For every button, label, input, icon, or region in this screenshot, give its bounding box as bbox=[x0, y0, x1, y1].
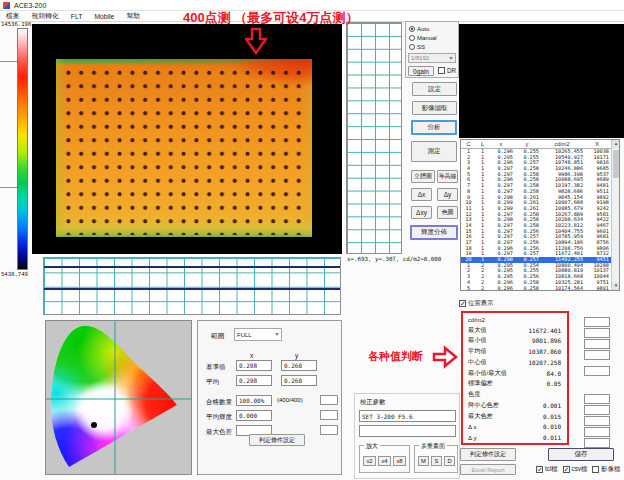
menu-item[interactable]: FLT bbox=[65, 13, 89, 20]
shutter-select[interactable]: 1/8192 bbox=[408, 53, 456, 63]
reference-x-field[interactable]: 0.298 bbox=[236, 360, 272, 371]
measurement-image-area[interactable] bbox=[32, 24, 342, 254]
magnify-buttons: x2x4x8 bbox=[363, 456, 408, 466]
avg-lum-indicator-box bbox=[320, 410, 338, 420]
menu-item[interactable]: 幫助 bbox=[120, 11, 146, 21]
down-arrow-annotation bbox=[245, 27, 267, 55]
dr-checkbox[interactable]: DR bbox=[438, 67, 456, 74]
stats-row: 與中心色差0.001 bbox=[468, 400, 561, 411]
radio-icon[interactable] bbox=[409, 26, 415, 32]
stats-indicator-box bbox=[584, 328, 610, 338]
table-row[interactable]: 520.2960.25810174.5649801 bbox=[461, 286, 619, 292]
export-check-csv檔[interactable]: csv檔 bbox=[563, 465, 588, 474]
scrollbar-thumb[interactable] bbox=[613, 150, 619, 178]
stereo-view-button[interactable]: 立體圖 bbox=[411, 170, 435, 183]
multi-screen-s-button[interactable]: S bbox=[431, 456, 442, 466]
pass-count-note: (400/400) bbox=[277, 397, 303, 403]
avg-luminance-field[interactable]: 0.000 bbox=[236, 410, 272, 421]
capture-mode-groupbox: AutoManualSS 1/8192 0gain DR bbox=[405, 21, 459, 78]
multi-screen-d-button[interactable]: D bbox=[444, 456, 455, 466]
mode-radio-ss[interactable]: SS bbox=[409, 42, 458, 51]
settings-button[interactable]: 設定 bbox=[412, 82, 457, 96]
table-column-header: y bbox=[515, 141, 541, 147]
colorbar-max-label: 14536.196 bbox=[1, 21, 31, 27]
calibration-value-field[interactable]: SET 3-200 F5.6 bbox=[359, 410, 456, 422]
reference-y-field[interactable]: 0.260 bbox=[281, 360, 317, 371]
menu-item[interactable]: 視頻轉化 bbox=[26, 11, 65, 21]
delta-x-button[interactable]: Δx bbox=[411, 188, 432, 201]
cie-measured-point bbox=[91, 422, 97, 428]
measurement-table[interactable]: CLxycd/m2X 110.2960.25510265.45510038210… bbox=[460, 139, 620, 291]
luminance-distribution-button[interactable]: 輝度分佈 bbox=[410, 225, 458, 240]
export-check-影像檔[interactable]: 影像檔 bbox=[592, 465, 620, 474]
multi-screen-m-button[interactable]: M bbox=[418, 456, 429, 466]
menu-item[interactable]: 檔案 bbox=[0, 11, 26, 21]
stats-section-label: 色度 bbox=[468, 389, 561, 400]
checkbox-icon[interactable] bbox=[536, 466, 543, 473]
measure-button[interactable]: 測定 bbox=[411, 141, 457, 162]
table-cell: 5 bbox=[461, 286, 476, 292]
color-scale bbox=[17, 28, 28, 270]
checkbox-label: 影像檔 bbox=[601, 465, 620, 474]
excel-report-button[interactable]: Excel Report bbox=[460, 464, 516, 475]
image-capture-button[interactable]: 影像擷取 bbox=[412, 101, 457, 115]
stats-label: 最小值/最大值 bbox=[468, 369, 507, 378]
mode-radio-auto[interactable]: Auto bbox=[409, 24, 458, 33]
export-check-tcl檔[interactable]: tcl檔 bbox=[536, 465, 558, 474]
menu-item[interactable]: Mobile bbox=[88, 13, 120, 20]
range-select[interactable]: FULL bbox=[234, 328, 282, 341]
stats-row: 平均值10387.860 bbox=[468, 346, 561, 357]
table-cell: 2 bbox=[476, 286, 489, 292]
footer-judge-condition-button[interactable]: 判定條件設定 bbox=[460, 448, 516, 461]
delta-xy-button[interactable]: Δxy bbox=[411, 206, 432, 219]
judge-condition-button[interactable]: 判定條件設定 bbox=[249, 434, 305, 446]
table-cell: 9801 bbox=[585, 286, 611, 292]
stats-label: Δ x bbox=[468, 423, 477, 430]
mode-radio-manual[interactable]: Manual bbox=[409, 33, 458, 42]
app-window: ACE3-200 檔案視頻轉化FLTMobile幫助 14536.196 543… bbox=[0, 0, 624, 480]
calibration-value2-field[interactable] bbox=[359, 425, 456, 437]
stats-value: 0.015 bbox=[543, 413, 561, 420]
table-cell: 10174.564 bbox=[541, 286, 585, 292]
dr-checkbox-box[interactable] bbox=[438, 67, 445, 74]
stats-label: 色度 bbox=[468, 390, 480, 399]
stats-value: 10207.258 bbox=[528, 359, 561, 366]
position-display-checkbox[interactable]: 位置表示 bbox=[459, 299, 493, 308]
max-color-diff-label: 最大色差 bbox=[206, 428, 232, 437]
checkbox-icon[interactable] bbox=[592, 466, 599, 473]
table-scrollbar[interactable]: ▲ ▼ bbox=[611, 140, 619, 290]
stats-value: 11672.401 bbox=[528, 327, 561, 334]
colorbar-tick bbox=[0, 187, 17, 188]
stats-row: 最小值/最大值84.0 bbox=[468, 368, 561, 379]
stats-label: Δ y bbox=[468, 434, 477, 441]
magnify-x8-button[interactable]: x8 bbox=[393, 456, 406, 466]
color-map-button[interactable]: 色圖 bbox=[437, 206, 458, 219]
range-label: 範圍 bbox=[211, 331, 225, 341]
analyze-button[interactable]: 分析 bbox=[411, 120, 457, 135]
magnify-x4-button[interactable]: x4 bbox=[378, 456, 391, 466]
stats-label: 最大值 bbox=[468, 326, 487, 335]
radio-icon[interactable] bbox=[409, 44, 415, 50]
radio-icon[interactable] bbox=[409, 35, 415, 41]
scroll-up-icon[interactable]: ▲ bbox=[612, 140, 620, 148]
save-button[interactable]: 儲存 bbox=[548, 448, 614, 461]
magnify-x2-button[interactable]: x2 bbox=[363, 456, 376, 466]
position-checkbox-box[interactable] bbox=[459, 300, 466, 307]
table-column-header: X bbox=[585, 141, 611, 147]
colorbar-min-label: 5438.749 bbox=[1, 271, 28, 277]
contour-button[interactable]: 等高線 bbox=[437, 170, 458, 183]
scroll-down-icon[interactable]: ▼ bbox=[612, 282, 620, 290]
average-x-field[interactable]: 0.298 bbox=[236, 375, 272, 386]
stats-indicator-box bbox=[584, 350, 610, 360]
annotation-values-text: 各种值判断 bbox=[368, 349, 423, 364]
gain-button[interactable]: 0gain bbox=[408, 66, 434, 76]
delta-y-button[interactable]: Δy bbox=[437, 188, 458, 201]
average-y-field[interactable]: 0.260 bbox=[281, 375, 317, 386]
dr-checkbox-label: DR bbox=[447, 67, 456, 74]
profile-grid-horizontal bbox=[43, 257, 341, 315]
avg-luminance-label: 平均輝度 bbox=[206, 413, 232, 422]
checkbox-icon[interactable] bbox=[563, 466, 570, 473]
measurement-points-grid bbox=[59, 62, 309, 235]
shutter-value: 1/8192 bbox=[411, 55, 429, 61]
stats-indicator-box bbox=[584, 438, 610, 448]
